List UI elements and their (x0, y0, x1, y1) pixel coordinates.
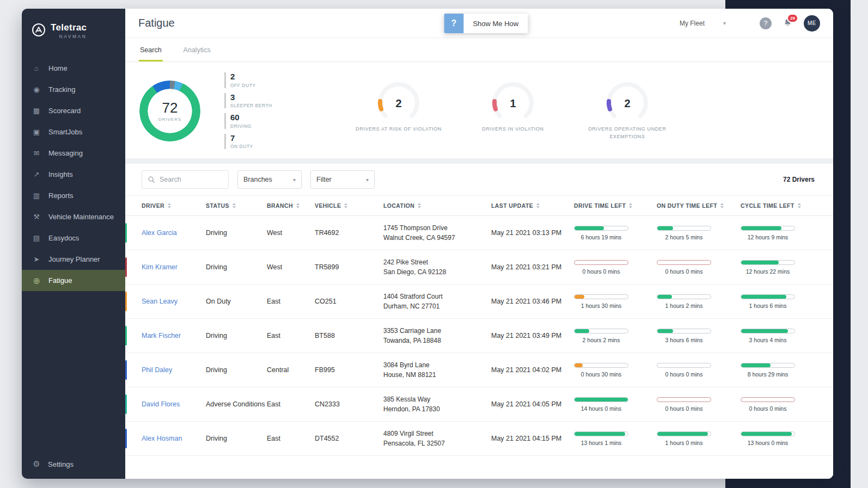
app-window: Teletrac NAVMAN ⌂ Home ◉ Tracking ▦ Scor… (22, 9, 833, 479)
donut-total-label: DRIVERS (158, 117, 182, 122)
sidebar-item-easydocs[interactable]: ▤ Easydocs (22, 227, 125, 249)
show-me-how-button[interactable]: ? Show Me How (444, 14, 528, 33)
cycle-time-label: 8 hours 29 mins (741, 371, 795, 378)
sidebar-item-scorecard[interactable]: ▦ Scorecard (22, 100, 125, 121)
vehicle-cell: TR4692 (315, 229, 383, 237)
column-header-label: BRANCH (267, 202, 293, 209)
sidebar-item-home[interactable]: ⌂ Home (22, 58, 125, 79)
drive-time-cell: 2 hours 2 mins (574, 329, 628, 343)
tab-analytics[interactable]: Analytics (182, 38, 212, 61)
on-duty-time-label: 0 hours 0 mins (657, 371, 711, 378)
column-header-label: CYCLE TIME LEFT (741, 202, 794, 209)
sidebar-item-settings[interactable]: ⚙ Settings (22, 449, 125, 479)
location-line-1: 4809 Virgil Street (383, 429, 491, 438)
vehicle-cell: BT588 (315, 332, 383, 339)
location-line-1: 1745 Thompson Drive (383, 223, 491, 233)
gauge-value: 2 (395, 97, 401, 109)
sort-icon (798, 203, 801, 208)
column-header-driver[interactable]: DRIVER (142, 202, 206, 209)
tab-label: Analytics (184, 46, 211, 54)
on-duty-time-cell: 0 hours 0 mins (657, 363, 711, 378)
sort-icon (418, 203, 421, 208)
branch-cell: West (267, 229, 315, 237)
drive-time-cell: 13 hours 1 mins (574, 431, 628, 446)
location-line-2: House, NM 88121 (383, 370, 491, 380)
brand-subname: NAVMAN (51, 34, 87, 39)
driver-link[interactable]: Sean Leavy (142, 298, 206, 305)
donut-total-value: 72 (162, 100, 178, 116)
column-header-cycle-time-left[interactable]: CYCLE TIME LEFT (741, 202, 817, 209)
column-header-status[interactable]: STATUS (206, 202, 267, 209)
branch-cell: East (267, 332, 315, 339)
sidebar-item-reports[interactable]: ▥ Reports (22, 185, 125, 206)
filter-select[interactable]: Filter ▾ (310, 170, 375, 189)
driver-link[interactable]: Kim Kramer (142, 263, 206, 271)
column-header-on-duty-time-left[interactable]: ON DUTY TIME LEFT (657, 202, 741, 209)
location-cell: 3353 Carriage Lane Towanda, PA 18848 (383, 326, 491, 345)
notifications-button[interactable]: 29 (783, 18, 793, 28)
column-header-label: STATUS (206, 202, 229, 209)
column-header-location[interactable]: LOCATION (383, 202, 491, 209)
sidebar-item-smartjobs[interactable]: ▣ SmartJobs (22, 121, 125, 143)
column-header-vehicle[interactable]: VEHICLE (315, 202, 383, 209)
sort-icon (168, 203, 171, 208)
legend-value: 2 (230, 72, 306, 82)
drive-time-label: 0 hours 0 mins (574, 268, 628, 275)
nav-item-icon: ➤ (32, 255, 41, 263)
drive-time-bar (574, 294, 628, 299)
cycle-time-label: 1 hours 6 mins (741, 302, 795, 309)
legend-label: ON DUTY (230, 144, 306, 149)
sidebar-item-journey-planner[interactable]: ➤ Journey Planner (22, 249, 125, 270)
driver-link[interactable]: Alex Hosman (142, 435, 206, 442)
row-status-indicator (125, 257, 127, 277)
gauge-arc: 2 (358, 81, 439, 126)
driver-link[interactable]: Phil Daley (142, 366, 206, 374)
cycle-time-bar (741, 363, 795, 368)
sidebar-item-fatigue[interactable]: ◎ Fatigue (22, 270, 125, 291)
on-duty-time-bar (657, 294, 711, 299)
page-title: Fatigue (138, 17, 175, 29)
last-update-cell: May 21 2021 04:02 PM (491, 366, 574, 374)
cycle-time-cell: 0 hours 0 mins (741, 397, 795, 412)
chevron-down-icon: ▾ (723, 20, 726, 26)
driver-link[interactable]: David Flores (142, 400, 206, 408)
drive-time-bar (574, 363, 628, 368)
status-cell: Driving (206, 263, 267, 271)
sidebar-item-tracking[interactable]: ◉ Tracking (22, 79, 125, 100)
donut-legend: 2 OFF DUTY 3 SLEEPER BERTH 60 DRIVING 7 … (224, 72, 306, 149)
legend-label: SLEEPER BERTH (230, 103, 306, 108)
gauge-label: DRIVERS AT RISK OF VIOLATION (356, 126, 442, 133)
driver-count: 72 Drivers (783, 176, 820, 183)
column-header-branch[interactable]: BRANCH (267, 202, 315, 209)
sidebar-item-insights[interactable]: ↗ Insights (22, 164, 125, 185)
nav-item-label: Insights (48, 170, 73, 178)
search-box (142, 170, 229, 189)
sidebar-item-vehicle-maintenance[interactable]: ⚒ Vehicle Maintenance (22, 206, 125, 227)
avatar[interactable]: ME (804, 15, 820, 32)
help-button[interactable]: ? (760, 17, 772, 29)
tab-search[interactable]: Search (139, 38, 163, 61)
sort-icon (233, 203, 236, 208)
sort-icon (629, 203, 632, 208)
search-input[interactable] (160, 176, 221, 183)
driver-link[interactable]: Alex Garcia (142, 229, 206, 237)
drive-time-cell: 0 hours 30 mins (574, 363, 628, 378)
sidebar-item-messaging[interactable]: ✉ Messaging (22, 143, 125, 164)
branches-select[interactable]: Branches ▾ (237, 170, 302, 189)
fleet-selector[interactable]: My Fleet ▾ (680, 20, 726, 27)
cycle-time-bar (741, 431, 795, 436)
on-duty-time-bar (657, 363, 711, 368)
gauge-drivers-at-risk-of-violation: 2 DRIVERS AT RISK OF VIOLATION (345, 81, 452, 141)
vehicle-cell: CO251 (315, 298, 383, 305)
column-header-last-update[interactable]: LAST UPDATE (491, 202, 574, 209)
on-duty-time-bar (657, 329, 711, 333)
branch-cell: Central (267, 366, 315, 374)
driver-link[interactable]: Mark Fischer (142, 332, 206, 339)
gauge-drivers-in-violation: 1 DRIVERS IN VIOLATION (460, 81, 566, 141)
cycle-time-label: 12 hours 9 mins (741, 234, 795, 240)
nav-item-label: Fatigue (48, 276, 72, 285)
column-header-drive-time-left[interactable]: DRIVE TIME LEFT (574, 202, 657, 209)
filter-select-value: Filter (316, 176, 332, 183)
nav-item-icon: ◉ (32, 85, 41, 94)
legend-item-driving: 60 DRIVING (224, 113, 306, 129)
